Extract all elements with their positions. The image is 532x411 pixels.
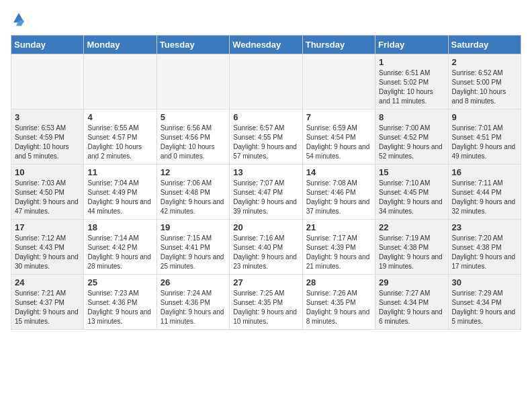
day-info: Sunrise: 7:06 AM Sunset: 4:48 PM Dayligh…	[161, 179, 226, 216]
week-row-2: 10Sunrise: 7:03 AM Sunset: 4:50 PM Dayli…	[11, 165, 521, 220]
calendar-cell: 1Sunrise: 6:51 AM Sunset: 5:02 PM Daylig…	[375, 54, 448, 109]
day-number: 15	[379, 167, 444, 177]
calendar-cell: 29Sunrise: 7:27 AM Sunset: 4:34 PM Dayli…	[375, 275, 448, 330]
calendar-cell: 15Sunrise: 7:10 AM Sunset: 4:45 PM Dayli…	[375, 165, 448, 220]
calendar-cell: 23Sunrise: 7:20 AM Sunset: 4:38 PM Dayli…	[448, 220, 521, 275]
calendar-cell: 11Sunrise: 7:04 AM Sunset: 4:49 PM Dayli…	[84, 165, 157, 220]
logo-icon	[11, 11, 27, 27]
day-info: Sunrise: 7:00 AM Sunset: 4:52 PM Dayligh…	[379, 124, 444, 161]
day-info: Sunrise: 7:23 AM Sunset: 4:36 PM Dayligh…	[87, 289, 152, 326]
calendar-cell: 30Sunrise: 7:29 AM Sunset: 4:34 PM Dayli…	[448, 275, 521, 330]
calendar-cell: 3Sunrise: 6:53 AM Sunset: 4:59 PM Daylig…	[11, 109, 84, 165]
day-info: Sunrise: 7:03 AM Sunset: 4:50 PM Dayligh…	[15, 179, 80, 216]
day-number: 19	[161, 222, 226, 232]
header-wednesday: Wednesday	[230, 36, 302, 54]
day-info: Sunrise: 6:52 AM Sunset: 5:00 PM Dayligh…	[452, 68, 517, 106]
day-info: Sunrise: 7:15 AM Sunset: 4:41 PM Dayligh…	[161, 234, 226, 271]
day-number: 1	[379, 57, 444, 67]
day-info: Sunrise: 7:01 AM Sunset: 4:51 PM Dayligh…	[452, 124, 517, 161]
day-number: 29	[379, 277, 444, 287]
day-number: 18	[87, 222, 152, 232]
day-info: Sunrise: 7:24 AM Sunset: 4:36 PM Dayligh…	[161, 289, 226, 326]
header-thursday: Thursday	[302, 36, 375, 54]
day-number: 13	[233, 167, 298, 177]
calendar-cell: 24Sunrise: 7:21 AM Sunset: 4:37 PM Dayli…	[11, 275, 84, 330]
calendar-cell: 17Sunrise: 7:12 AM Sunset: 4:43 PM Dayli…	[11, 220, 84, 275]
day-number: 8	[379, 112, 444, 122]
calendar-cell: 4Sunrise: 6:55 AM Sunset: 4:57 PM Daylig…	[84, 109, 157, 165]
calendar-cell: 12Sunrise: 7:06 AM Sunset: 4:48 PM Dayli…	[157, 165, 229, 220]
calendar-cell	[11, 54, 84, 109]
calendar-cell: 2Sunrise: 6:52 AM Sunset: 5:00 PM Daylig…	[448, 54, 521, 109]
calendar-cell: 9Sunrise: 7:01 AM Sunset: 4:51 PM Daylig…	[448, 109, 521, 165]
day-number: 23	[452, 222, 517, 232]
header-friday: Friday	[375, 36, 448, 54]
day-info: Sunrise: 7:21 AM Sunset: 4:37 PM Dayligh…	[15, 289, 80, 326]
day-number: 10	[15, 167, 80, 177]
day-number: 9	[452, 112, 517, 122]
day-number: 21	[306, 222, 371, 232]
day-number: 25	[87, 277, 152, 287]
logo	[11, 11, 30, 27]
day-info: Sunrise: 7:27 AM Sunset: 4:34 PM Dayligh…	[379, 289, 444, 326]
day-number: 5	[161, 112, 226, 122]
header-saturday: Saturday	[448, 36, 521, 54]
day-info: Sunrise: 7:08 AM Sunset: 4:46 PM Dayligh…	[306, 179, 371, 216]
day-info: Sunrise: 7:25 AM Sunset: 4:35 PM Dayligh…	[233, 289, 298, 326]
calendar-cell: 22Sunrise: 7:19 AM Sunset: 4:38 PM Dayli…	[375, 220, 448, 275]
day-number: 3	[15, 112, 80, 122]
day-info: Sunrise: 7:12 AM Sunset: 4:43 PM Dayligh…	[15, 234, 80, 271]
calendar-cell	[302, 54, 375, 109]
calendar-cell: 25Sunrise: 7:23 AM Sunset: 4:36 PM Dayli…	[84, 275, 157, 330]
calendar-cell	[84, 54, 157, 109]
day-number: 7	[306, 112, 371, 122]
day-number: 30	[452, 277, 517, 287]
day-info: Sunrise: 7:20 AM Sunset: 4:38 PM Dayligh…	[452, 234, 517, 271]
calendar-cell: 8Sunrise: 7:00 AM Sunset: 4:52 PM Daylig…	[375, 109, 448, 165]
day-info: Sunrise: 6:57 AM Sunset: 4:55 PM Dayligh…	[233, 124, 298, 161]
day-info: Sunrise: 7:26 AM Sunset: 4:35 PM Dayligh…	[306, 289, 371, 326]
day-number: 20	[233, 222, 298, 232]
week-row-4: 24Sunrise: 7:21 AM Sunset: 4:37 PM Dayli…	[11, 275, 521, 330]
calendar-cell: 6Sunrise: 6:57 AM Sunset: 4:55 PM Daylig…	[230, 109, 302, 165]
day-number: 27	[233, 277, 298, 287]
day-number: 12	[161, 167, 226, 177]
day-number: 17	[15, 222, 80, 232]
day-info: Sunrise: 6:56 AM Sunset: 4:56 PM Dayligh…	[161, 124, 226, 161]
calendar-cell: 21Sunrise: 7:17 AM Sunset: 4:39 PM Dayli…	[302, 220, 375, 275]
day-number: 22	[379, 222, 444, 232]
day-info: Sunrise: 7:16 AM Sunset: 4:40 PM Dayligh…	[233, 234, 298, 271]
header-sunday: Sunday	[11, 36, 84, 54]
page-header	[11, 11, 521, 27]
week-row-1: 3Sunrise: 6:53 AM Sunset: 4:59 PM Daylig…	[11, 109, 521, 165]
calendar-cell: 27Sunrise: 7:25 AM Sunset: 4:35 PM Dayli…	[230, 275, 302, 330]
day-info: Sunrise: 6:51 AM Sunset: 5:02 PM Dayligh…	[379, 68, 444, 106]
calendar-header-row: SundayMondayTuesdayWednesdayThursdayFrid…	[11, 36, 521, 54]
day-number: 26	[161, 277, 226, 287]
day-info: Sunrise: 6:55 AM Sunset: 4:57 PM Dayligh…	[87, 124, 152, 161]
header-monday: Monday	[84, 36, 157, 54]
calendar-cell: 13Sunrise: 7:07 AM Sunset: 4:47 PM Dayli…	[230, 165, 302, 220]
calendar-cell: 19Sunrise: 7:15 AM Sunset: 4:41 PM Dayli…	[157, 220, 229, 275]
day-number: 2	[452, 57, 517, 67]
day-info: Sunrise: 7:11 AM Sunset: 4:44 PM Dayligh…	[452, 179, 517, 216]
day-info: Sunrise: 7:17 AM Sunset: 4:39 PM Dayligh…	[306, 234, 371, 271]
day-info: Sunrise: 7:19 AM Sunset: 4:38 PM Dayligh…	[379, 234, 444, 271]
calendar-cell: 7Sunrise: 6:59 AM Sunset: 4:54 PM Daylig…	[302, 109, 375, 165]
day-info: Sunrise: 6:59 AM Sunset: 4:54 PM Dayligh…	[306, 124, 371, 161]
day-info: Sunrise: 7:10 AM Sunset: 4:45 PM Dayligh…	[379, 179, 444, 216]
calendar-cell: 10Sunrise: 7:03 AM Sunset: 4:50 PM Dayli…	[11, 165, 84, 220]
calendar-cell: 16Sunrise: 7:11 AM Sunset: 4:44 PM Dayli…	[448, 165, 521, 220]
day-info: Sunrise: 7:29 AM Sunset: 4:34 PM Dayligh…	[452, 289, 517, 326]
day-number: 4	[87, 112, 152, 122]
header-tuesday: Tuesday	[157, 36, 229, 54]
calendar-cell: 5Sunrise: 6:56 AM Sunset: 4:56 PM Daylig…	[157, 109, 229, 165]
day-number: 6	[233, 112, 298, 122]
calendar-cell: 20Sunrise: 7:16 AM Sunset: 4:40 PM Dayli…	[230, 220, 302, 275]
day-number: 24	[15, 277, 80, 287]
day-number: 16	[452, 167, 517, 177]
day-info: Sunrise: 7:04 AM Sunset: 4:49 PM Dayligh…	[87, 179, 152, 216]
day-info: Sunrise: 7:14 AM Sunset: 4:42 PM Dayligh…	[87, 234, 152, 271]
calendar-cell	[230, 54, 302, 109]
day-number: 28	[306, 277, 371, 287]
